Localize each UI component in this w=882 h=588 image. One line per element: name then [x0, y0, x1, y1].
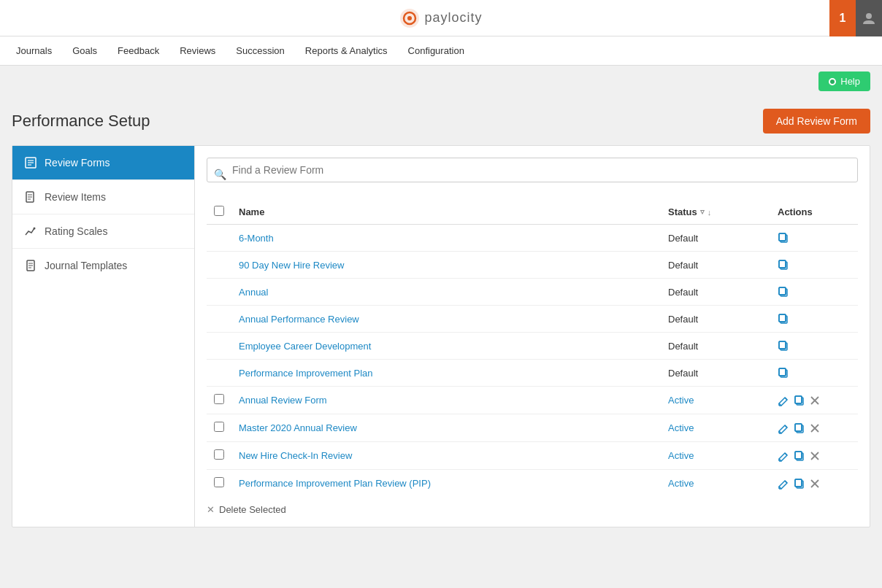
row-checkbox-cell — [207, 306, 231, 333]
row-name: Employee Career Development — [231, 333, 661, 360]
review-table: Name Status ▿ ↓ Actions 6-MonthDefau — [207, 200, 858, 497]
delete-row-icon[interactable] — [810, 479, 820, 489]
row-status: Default — [661, 279, 770, 306]
copy-icon[interactable] — [778, 286, 789, 298]
svg-rect-63 — [795, 479, 802, 487]
delete-row-icon[interactable] — [810, 423, 820, 433]
sidebar-item-journal-templates[interactable]: Journal Templates — [12, 249, 194, 282]
nav-item-goals[interactable]: Goals — [64, 39, 106, 62]
svg-rect-55 — [795, 452, 802, 459]
row-checkbox-cell — [207, 279, 231, 306]
action-icons-group — [778, 367, 851, 379]
status-filter-icon[interactable]: ▿ — [700, 207, 705, 217]
row-name: Annual — [231, 279, 661, 306]
action-icons-group — [778, 340, 851, 352]
edit-icon[interactable] — [778, 450, 789, 462]
row-checkbox[interactable] — [214, 449, 224, 460]
copy-icon[interactable] — [778, 313, 789, 325]
status-sort-icon[interactable]: ↓ — [707, 208, 712, 217]
row-name-link[interactable]: 90 Day New Hire Review — [239, 260, 345, 271]
row-name-link[interactable]: Master 2020 Annual Review — [239, 422, 357, 433]
chart-icon — [24, 225, 37, 238]
row-name-link[interactable]: Annual Review Form — [239, 395, 327, 406]
action-icons-group — [778, 232, 851, 244]
delete-row-icon[interactable] — [810, 451, 820, 461]
edit-icon[interactable] — [778, 422, 789, 434]
row-actions — [770, 333, 858, 360]
copy-icon[interactable] — [794, 450, 805, 462]
select-all-checkbox[interactable] — [214, 206, 224, 216]
row-checkbox[interactable] — [214, 394, 224, 404]
row-name-link[interactable]: Performance Improvement Plan Review (PIP… — [239, 478, 431, 489]
row-status: Active — [661, 387, 770, 414]
copy-icon[interactable] — [794, 478, 805, 490]
avatar-icon — [862, 11, 876, 26]
action-icons-group — [778, 478, 851, 490]
help-bar: Help — [0, 66, 882, 97]
table-row: Employee Career DevelopmentDefault — [207, 333, 858, 360]
table-row: 90 Day New Hire ReviewDefault — [207, 252, 858, 279]
action-icons-group — [778, 286, 851, 298]
row-actions — [770, 360, 858, 387]
row-status: Active — [661, 470, 770, 498]
table-row: Performance Improvement PlanDefault — [207, 360, 858, 387]
help-status-dot — [829, 78, 836, 85]
nav-item-succession[interactable]: Succession — [227, 39, 293, 62]
row-name: 90 Day New Hire Review — [231, 252, 661, 279]
row-name-link[interactable]: New Hire Check-In Review — [239, 450, 352, 461]
row-name-link[interactable]: Annual Performance Review — [239, 314, 359, 325]
sidebar-label-review-forms: Review Forms — [45, 157, 110, 169]
sidebar-item-review-items[interactable]: Review Items — [12, 180, 194, 214]
row-checkbox-cell — [207, 333, 231, 360]
row-actions — [770, 470, 858, 498]
row-checkbox-cell — [207, 470, 231, 498]
nav-item-journals[interactable]: Journals — [7, 39, 61, 62]
journal-icon — [24, 259, 37, 272]
copy-icon[interactable] — [778, 340, 789, 352]
row-checkbox-cell — [207, 442, 231, 470]
notification-badge[interactable]: 1 — [829, 0, 856, 36]
nav-item-feedback[interactable]: Feedback — [109, 39, 168, 62]
nav-bar: Journals Goals Feedback Reviews Successi… — [0, 36, 882, 66]
delete-row-icon[interactable] — [810, 395, 820, 406]
copy-icon[interactable] — [794, 395, 805, 406]
search-input[interactable] — [207, 158, 858, 182]
edit-icon[interactable] — [778, 478, 789, 490]
nav-item-configuration[interactable]: Configuration — [399, 39, 473, 62]
row-checkbox-cell — [207, 252, 231, 279]
table-row: New Hire Check-In ReviewActive — [207, 442, 858, 470]
copy-icon[interactable] — [794, 422, 805, 434]
row-name-link[interactable]: Annual — [239, 287, 268, 298]
th-actions: Actions — [770, 200, 858, 225]
delete-selected[interactable]: ✕ Delete Selected — [207, 497, 858, 515]
row-name-link[interactable]: Employee Career Development — [239, 341, 371, 352]
row-checkbox[interactable] — [214, 422, 224, 432]
row-actions — [770, 306, 858, 333]
th-checkbox — [207, 200, 231, 225]
svg-point-3 — [866, 13, 872, 19]
row-name-link[interactable]: 6-Month — [239, 233, 274, 244]
help-button[interactable]: Help — [818, 71, 870, 91]
svg-line-51 — [785, 453, 787, 455]
row-status: Default — [661, 360, 770, 387]
nav-item-reviews[interactable]: Reviews — [171, 39, 224, 62]
row-status: Active — [661, 414, 770, 442]
top-bar-right: 1 — [829, 0, 882, 36]
copy-icon[interactable] — [778, 232, 789, 244]
sidebar-label-journal-templates: Journal Templates — [45, 260, 127, 271]
svg-rect-21 — [779, 260, 786, 268]
copy-icon[interactable] — [778, 259, 789, 271]
edit-icon[interactable] — [778, 395, 789, 406]
add-review-form-button[interactable]: Add Review Form — [763, 109, 870, 134]
row-checkbox[interactable] — [214, 477, 224, 487]
user-avatar[interactable] — [856, 0, 882, 36]
nav-item-reports[interactable]: Reports & Analytics — [296, 39, 396, 62]
row-name-link[interactable]: Performance Improvement Plan — [239, 368, 373, 379]
sidebar-item-rating-scales[interactable]: Rating Scales — [12, 214, 194, 249]
paylocity-logo-icon — [399, 8, 420, 28]
copy-icon[interactable] — [778, 367, 789, 379]
sidebar-item-review-forms[interactable]: Review Forms — [12, 146, 194, 180]
document-icon — [24, 190, 37, 204]
sidebar-label-review-items: Review Items — [45, 191, 106, 203]
logo-text: paylocity — [424, 10, 482, 26]
